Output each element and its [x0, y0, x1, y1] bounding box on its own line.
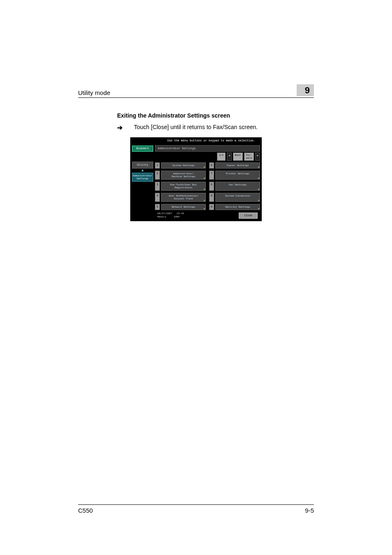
menu-number: 2	[155, 171, 160, 180]
menu-number: 5	[155, 204, 160, 210]
bookmark-button[interactable]: Bookmark	[132, 146, 153, 152]
menu-number: 4	[155, 193, 160, 202]
menu-label[interactable]: User Authentication/Account Track	[161, 193, 206, 202]
menu-item[interactable]: 7Printer Settings	[209, 171, 260, 180]
menu-label[interactable]: Copier Settings	[215, 162, 260, 169]
footer-model: C550	[78, 507, 93, 514]
menu-item[interactable]: 6Copier Settings	[209, 162, 260, 169]
section-heading: Exiting the Administrator Settings scree…	[117, 112, 314, 119]
device-screenshot: Use the menu buttons or keypad to make a…	[130, 137, 262, 221]
menu-item[interactable]: 8Fax Settings	[209, 182, 260, 191]
menu-number: 1	[155, 162, 160, 169]
menu-label[interactable]: System Connection	[215, 193, 260, 202]
arrow-icon: ➔	[117, 124, 122, 132]
menu-item[interactable]: 2Administrator/Machine Settings	[155, 171, 206, 180]
admin-settings-button[interactable]: Administrator Settings	[132, 173, 153, 182]
close-button[interactable]: Close	[239, 213, 258, 219]
menu-number: 9	[209, 193, 214, 202]
menu-item[interactable]: 4User Authentication/Account Track	[155, 193, 206, 202]
utility-button[interactable]: Utility	[132, 162, 153, 169]
menu-label[interactable]: One-Touch/User BoxRegistration	[161, 182, 206, 191]
footer-page: 9-5	[305, 507, 314, 514]
page-next-icon[interactable]: ▶	[255, 153, 260, 161]
chapter-number: 9	[297, 84, 314, 96]
panel-title: Administrator Settings	[155, 145, 260, 152]
menu-label[interactable]: Administrator/Machine Settings	[161, 171, 206, 180]
page-prev-icon[interactable]: ◀	[227, 153, 232, 161]
menu-number: 0	[209, 204, 214, 210]
instruction-text: Touch [Close] until it returns to Fax/Sc…	[134, 124, 258, 132]
menu-label[interactable]: System Settings	[161, 162, 206, 169]
page-indicator: 1/2	[217, 153, 226, 161]
menu-item[interactable]: 0Security Settings	[209, 204, 260, 210]
menu-label[interactable]: Printer Settings	[215, 171, 260, 180]
menu-item[interactable]: 1System Settings	[155, 162, 206, 169]
up-arrow-icon: ▲	[132, 169, 153, 173]
menu-item[interactable]: 5Network Settings	[155, 204, 206, 210]
menu-number: 7	[209, 171, 214, 180]
menu-number: 8	[209, 182, 214, 191]
menu-label[interactable]: Security Settings	[215, 204, 260, 210]
footer-time: 15:44	[177, 212, 184, 215]
menu-item[interactable]: 3One-Touch/User BoxRegistration	[155, 182, 206, 191]
memory-label: Memory	[157, 215, 166, 218]
back-button[interactable]: Back	[233, 153, 243, 161]
menu-label[interactable]: Network Settings	[161, 204, 206, 210]
header-title: Utility mode	[78, 89, 110, 96]
footer-date: 09/27/2007	[157, 212, 172, 215]
menu-number: 6	[209, 162, 214, 169]
instruction-bar: Use the menu buttons or keypad to make a…	[130, 137, 262, 144]
menu-item[interactable]: 9System Connection	[209, 193, 260, 202]
memory-value: 100%	[174, 215, 180, 218]
forward-button[interactable]: For-ward	[244, 153, 254, 161]
menu-label[interactable]: Fax Settings	[215, 182, 260, 191]
menu-number: 3	[155, 182, 160, 191]
